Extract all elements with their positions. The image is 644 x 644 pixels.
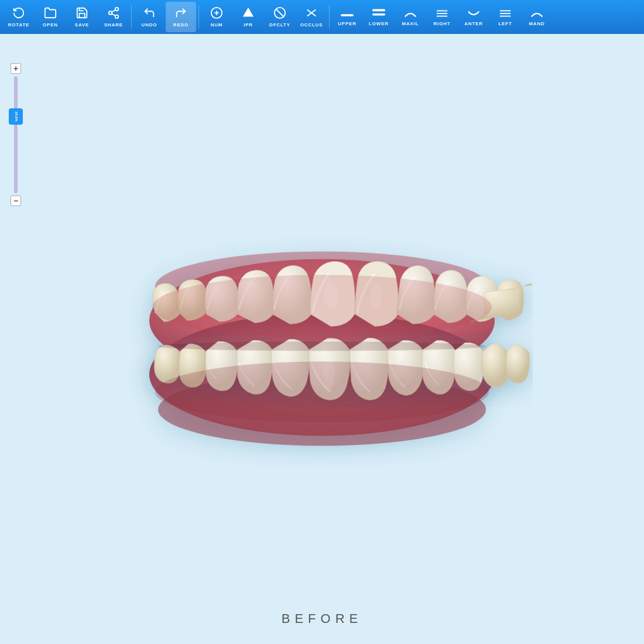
open-button[interactable]: OPEN bbox=[35, 2, 66, 32]
ipr-label: IPR bbox=[244, 22, 253, 28]
viewport[interactable]: + 24.5% − bbox=[0, 34, 644, 644]
dental-model bbox=[111, 193, 533, 474]
zoom-handle[interactable]: 24.5% bbox=[9, 108, 23, 125]
upper-icon bbox=[341, 8, 354, 20]
save-button[interactable]: SAVE bbox=[67, 2, 97, 32]
maxil-icon bbox=[404, 8, 417, 20]
left-icon bbox=[499, 8, 512, 20]
toolbar: ROTATE OPEN SAVE SHARE bbox=[0, 0, 644, 34]
upper-label: UPPER bbox=[338, 21, 357, 26]
zoom-track[interactable]: 24.5% bbox=[14, 76, 18, 193]
num-icon bbox=[210, 6, 223, 21]
occlus-icon bbox=[305, 6, 318, 21]
zoom-in-button[interactable]: + bbox=[11, 63, 21, 74]
right-icon bbox=[436, 8, 448, 20]
zoom-value: 24.5% bbox=[13, 111, 18, 121]
share-icon bbox=[107, 6, 120, 21]
anter-button[interactable]: ANTER bbox=[458, 2, 489, 32]
svg-rect-14 bbox=[372, 13, 385, 16]
rotate-label: ROTATE bbox=[8, 22, 30, 28]
occlus-label: OCCLUS bbox=[300, 22, 323, 28]
open-icon bbox=[44, 6, 57, 21]
svg-line-4 bbox=[112, 10, 115, 12]
save-icon bbox=[76, 6, 88, 21]
svg-point-1 bbox=[109, 11, 112, 15]
lower-button[interactable]: LOWER bbox=[364, 2, 394, 32]
redo-icon bbox=[174, 6, 187, 21]
right-button[interactable]: RIGHT bbox=[427, 2, 457, 32]
rotate-button[interactable]: ROTATE bbox=[4, 2, 34, 32]
dfclty-icon bbox=[273, 6, 286, 21]
lower-icon bbox=[372, 8, 385, 20]
undo-button[interactable]: UNDO bbox=[134, 2, 165, 32]
svg-point-0 bbox=[115, 8, 119, 11]
svg-point-31 bbox=[155, 361, 489, 422]
anter-icon bbox=[467, 8, 480, 20]
redo-button[interactable]: REDO bbox=[166, 2, 196, 32]
lower-label: LOWER bbox=[369, 21, 389, 26]
left-button[interactable]: LEFT bbox=[490, 2, 520, 32]
mand-icon bbox=[530, 8, 543, 20]
upper-button[interactable]: UPPER bbox=[332, 2, 362, 32]
svg-line-9 bbox=[276, 9, 284, 17]
svg-point-30 bbox=[152, 275, 492, 339]
left-label: LEFT bbox=[498, 21, 512, 26]
maxil-button[interactable]: MAXIL bbox=[395, 2, 426, 32]
share-label: SHARE bbox=[104, 22, 123, 28]
open-label: OPEN bbox=[43, 22, 58, 28]
rotate-icon bbox=[12, 6, 25, 21]
mand-button[interactable]: MAND bbox=[522, 2, 552, 32]
ipr-button[interactable]: IPR bbox=[233, 2, 263, 32]
dfclty-label: DFCLTY bbox=[269, 22, 290, 28]
before-label: BEFORE bbox=[282, 611, 362, 626]
save-label: SAVE bbox=[75, 22, 89, 28]
svg-point-2 bbox=[115, 15, 119, 18]
num-button[interactable]: NUM bbox=[201, 2, 232, 32]
svg-rect-13 bbox=[372, 9, 385, 12]
right-label: RIGHT bbox=[434, 21, 451, 26]
divider-3 bbox=[329, 5, 330, 29]
before-text: BEFORE bbox=[282, 611, 362, 626]
svg-point-29 bbox=[158, 341, 486, 351]
undo-icon bbox=[143, 6, 156, 21]
undo-label: UNDO bbox=[142, 22, 157, 28]
ipr-icon bbox=[242, 6, 255, 21]
anter-label: ANTER bbox=[464, 21, 483, 26]
mand-label: MAND bbox=[529, 21, 544, 26]
maxil-label: MAXIL bbox=[402, 21, 419, 26]
svg-rect-12 bbox=[341, 14, 354, 16]
zoom-out-button[interactable]: − bbox=[11, 196, 21, 206]
svg-line-3 bbox=[112, 13, 115, 16]
zoom-slider-container: + 24.5% − bbox=[11, 63, 21, 206]
dfclty-button[interactable]: DFCLTY bbox=[265, 2, 295, 32]
divider-1 bbox=[131, 5, 132, 29]
num-label: NUM bbox=[211, 22, 223, 28]
divider-2 bbox=[198, 5, 199, 29]
occlus-button[interactable]: OCCLUS bbox=[296, 2, 327, 32]
share-button[interactable]: SHARE bbox=[98, 2, 129, 32]
redo-label: REDO bbox=[173, 22, 189, 28]
